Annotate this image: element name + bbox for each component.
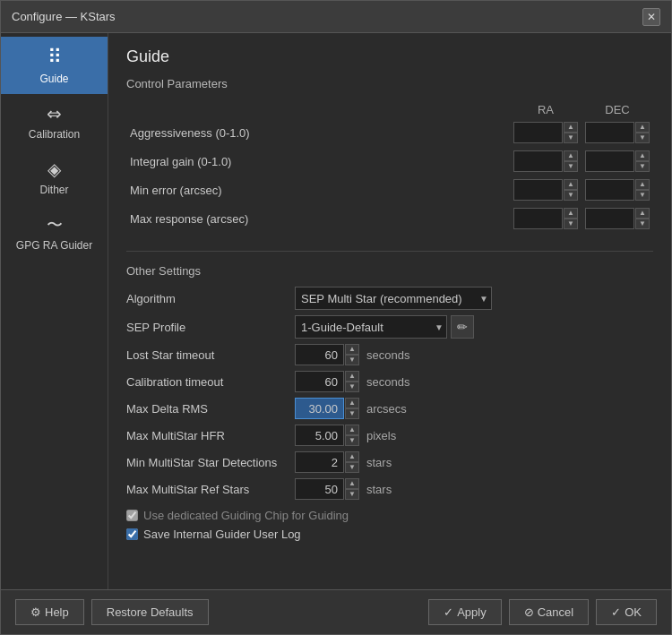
sep-profile-dropdown[interactable]: 1-Guide-Default <box>295 315 447 339</box>
sidebar-label-guide: Guide <box>39 73 68 85</box>
algorithm-control: SEP Multi Star (recommended) Smart Guide… <box>295 287 653 310</box>
sidebar-label-gpg: GPG RA Guider <box>16 239 92 252</box>
max-ref-stars-down[interactable]: ▼ <box>345 489 359 500</box>
apply-check-icon: ✓ <box>444 605 453 619</box>
max-response-dec-field[interactable]: 13 <box>585 208 634 229</box>
min-detections-control: ▲ ▼ stars <box>295 451 653 473</box>
algorithm-dropdown-wrap: SEP Multi Star (recommended) Smart Guide… <box>295 287 492 310</box>
aggressiveness-dec-field[interactable]: 0.60 <box>585 122 634 143</box>
min-detections-label: Min MultiStar Star Detections <box>126 456 288 469</box>
cal-timeout-down[interactable]: ▼ <box>345 382 359 392</box>
min-detections-input: ▲ ▼ <box>295 451 359 473</box>
save-log-checkbox[interactable] <box>126 528 138 540</box>
guide-icon: ⠿ <box>47 46 62 69</box>
page-title: Guide <box>126 47 653 66</box>
table-row: Integral gain (0-1.0) 0.00 ▲ ▼ <box>126 147 653 176</box>
gear-icon: ⚙ <box>30 605 41 619</box>
max-delta-rms-label: Max Delta RMS <box>126 402 288 416</box>
algorithm-dropdown[interactable]: SEP Multi Star (recommended) Smart Guide… <box>295 287 492 310</box>
max-response-ra-up[interactable]: ▲ <box>564 208 578 219</box>
max-ref-stars-field[interactable] <box>295 478 344 500</box>
lost-star-field[interactable] <box>295 344 344 365</box>
min-error-ra-down[interactable]: ▼ <box>564 190 578 201</box>
close-button[interactable]: ✕ <box>642 8 660 26</box>
sidebar-item-guide[interactable]: ⠿ Guide <box>1 37 108 94</box>
ok-check-icon: ✓ <box>611 605 621 619</box>
min-error-dec-up[interactable]: ▲ <box>635 179 650 190</box>
aggressiveness-ra-down[interactable]: ▼ <box>564 133 578 143</box>
min-error-ra-up[interactable]: ▲ <box>564 179 578 190</box>
sidebar-item-dither[interactable]: ◈ Dither <box>1 150 108 205</box>
integral-dec-field[interactable]: 0.00 <box>585 150 634 172</box>
max-response-ra-down[interactable]: ▼ <box>564 219 578 229</box>
min-detections-up[interactable]: ▲ <box>345 451 359 462</box>
min-error-ra-input: 0.25 ▲ ▼ <box>513 179 578 201</box>
other-settings-grid: Algorithm SEP Multi Star (recommended) S… <box>126 287 653 500</box>
integral-dec-input: 0.00 ▲ ▼ <box>585 150 650 172</box>
max-hfr-field[interactable] <box>295 425 344 446</box>
title-bar: Configure — KStars ✕ <box>1 1 671 33</box>
ok-button[interactable]: ✓ OK <box>596 599 657 625</box>
integral-ra-field[interactable]: 0.00 <box>513 150 563 172</box>
ok-label: OK <box>625 605 642 619</box>
dedicated-chip-row: Use dedicated Guiding Chip for Guiding <box>126 509 653 522</box>
aggressiveness-ra-field[interactable]: 0.60 <box>513 122 563 143</box>
sidebar: ⠿ Guide ⇔ Calibration ◈ Dither 〜 GPG RA … <box>1 33 108 589</box>
lost-star-down[interactable]: ▼ <box>345 355 359 365</box>
aggressiveness-dec-up[interactable]: ▲ <box>635 122 650 133</box>
aggressiveness-dec-input: 0.60 ▲ ▼ <box>585 122 650 143</box>
restore-defaults-button[interactable]: Restore Defaults <box>91 599 209 625</box>
cancel-button[interactable]: ⊘ Cancel <box>509 599 589 625</box>
aggressiveness-dec-down[interactable]: ▼ <box>635 133 650 143</box>
max-delta-rms-down[interactable]: ▼ <box>345 408 359 419</box>
cancel-label: Cancel <box>538 605 573 619</box>
cal-timeout-up[interactable]: ▲ <box>345 371 359 382</box>
max-ref-stars-input: ▲ ▼ <box>295 478 359 500</box>
max-ref-stars-up[interactable]: ▲ <box>345 478 359 489</box>
sidebar-label-dither: Dither <box>39 184 68 196</box>
max-delta-rms-control: ▲ ▼ arcsecs <box>295 398 653 419</box>
aggressiveness-ra-up[interactable]: ▲ <box>564 122 578 133</box>
max-delta-rms-field[interactable] <box>295 398 344 419</box>
max-response-dec-up[interactable]: ▲ <box>635 208 650 219</box>
max-hfr-label: Max MultiStar HFR <box>126 429 288 442</box>
control-params-title: Control Parameters <box>126 77 653 90</box>
min-error-dec-field[interactable]: 0.25 <box>585 179 634 201</box>
max-hfr-up[interactable]: ▲ <box>345 425 359 435</box>
cal-timeout-field[interactable] <box>295 371 344 392</box>
min-detections-down[interactable]: ▼ <box>345 462 359 473</box>
apply-label: Apply <box>457 605 487 619</box>
integral-ra-up[interactable]: ▲ <box>564 150 578 161</box>
max-delta-rms-unit: arcsecs <box>366 402 407 416</box>
other-settings-title: Other Settings <box>126 264 653 278</box>
min-error-ra-field[interactable]: 0.25 <box>513 179 563 201</box>
max-delta-rms-up[interactable]: ▲ <box>345 398 359 408</box>
max-ref-stars-control: ▲ ▼ stars <box>295 478 653 500</box>
row-label: Max response (arcsec) <box>126 204 510 233</box>
max-hfr-input: ▲ ▼ <box>295 425 359 446</box>
integral-ra-down[interactable]: ▼ <box>564 161 578 172</box>
max-response-dec-down[interactable]: ▼ <box>635 219 650 229</box>
sep-profile-dropdown-wrap: 1-Guide-Default ▼ <box>295 315 447 339</box>
max-response-dec-input: 13 ▲ ▼ <box>585 208 650 229</box>
sep-profile-label: SEP Profile <box>126 321 288 334</box>
min-error-dec-down[interactable]: ▼ <box>635 190 650 201</box>
min-detections-field[interactable] <box>295 451 344 473</box>
sidebar-item-calibration[interactable]: ⇔ Calibration <box>1 94 108 150</box>
lost-star-up[interactable]: ▲ <box>345 344 359 355</box>
dialog-title: Configure — KStars <box>12 10 116 23</box>
row-label: Min error (arcsec) <box>126 176 510 204</box>
integral-dec-down[interactable]: ▼ <box>635 161 650 172</box>
ra-header: RA <box>510 99 582 118</box>
control-params-table: RA DEC Aggressiveness (0-1.0) 0.60 ▲ ▼ <box>126 99 653 233</box>
dedicated-chip-checkbox[interactable] <box>126 510 138 521</box>
apply-button[interactable]: ✓ Apply <box>428 599 502 625</box>
sidebar-item-gpg[interactable]: 〜 GPG RA Guider <box>1 205 108 261</box>
max-response-ra-field[interactable]: 13 <box>513 208 563 229</box>
integral-ra-input: 0.00 ▲ ▼ <box>513 150 578 172</box>
sep-profile-edit-button[interactable]: ✏ <box>451 315 474 339</box>
sep-profile-control: 1-Guide-Default ▼ ✏ <box>295 315 653 339</box>
help-button[interactable]: ⚙ Help <box>15 599 84 625</box>
integral-dec-up[interactable]: ▲ <box>635 150 650 161</box>
max-hfr-down[interactable]: ▼ <box>345 435 359 446</box>
